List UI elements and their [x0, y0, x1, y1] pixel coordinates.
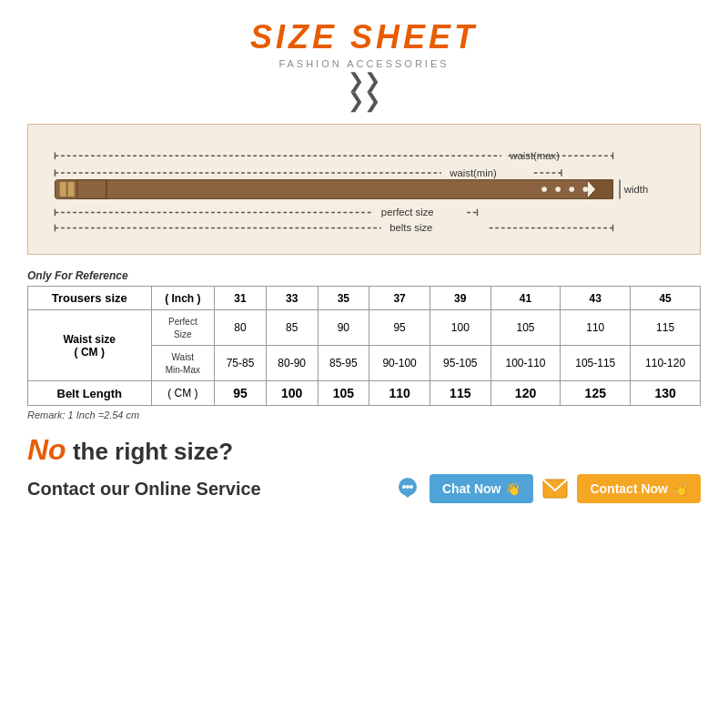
size-31: 31 [215, 287, 267, 310]
bl-105: 105 [318, 381, 369, 406]
ps-115: 115 [631, 310, 701, 346]
size-35: 35 [318, 287, 369, 310]
waist-minmax-sub-label: WaistMin-Max [151, 346, 215, 381]
subtitle: FASHION ACCESSORIES [27, 58, 701, 69]
ps-95: 95 [369, 310, 430, 346]
svg-point-34 [402, 485, 406, 489]
bl-125: 125 [561, 381, 631, 406]
contact-hand-icon: 👋 [672, 481, 688, 496]
chat-now-button[interactable]: Chat Now 👋 [430, 474, 534, 503]
bl-120: 120 [490, 381, 561, 406]
belt-diagram-svg: waist(max) waist(min) [46, 139, 682, 239]
belt-length-row: Belt Length ( CM ) 95 100 105 110 115 12… [28, 381, 701, 406]
size-41: 41 [490, 287, 561, 310]
waist-size-label: Waist size ( CM ) [28, 310, 152, 381]
svg-rect-14 [106, 180, 587, 199]
bl-95: 95 [215, 381, 267, 406]
svg-text:belts size: belts size [389, 222, 432, 233]
bl-100: 100 [266, 381, 318, 406]
wm-80-90: 80-90 [266, 346, 318, 381]
size-33: 33 [266, 287, 318, 310]
svg-point-17 [569, 187, 574, 192]
contact-now-button[interactable]: Contact Now 👋 [577, 474, 701, 503]
wm-100-110: 100-110 [490, 346, 561, 381]
svg-point-16 [555, 187, 561, 192]
chevron-icon: ❯❯❯❯ [27, 71, 701, 111]
svg-marker-20 [587, 180, 612, 199]
svg-text:width: width [623, 184, 648, 195]
contact-now-label: Contact Now [590, 481, 668, 496]
size-43: 43 [561, 287, 631, 310]
main-title: SIZE SHEET [27, 18, 701, 56]
svg-point-35 [406, 485, 410, 489]
size-45: 45 [631, 287, 701, 310]
inch-header: ( Inch ) [151, 287, 215, 310]
bottom-section: No the right size? Contact our Online Se… [27, 433, 701, 503]
size-39: 39 [430, 287, 490, 310]
svg-marker-37 [404, 494, 411, 498]
wm-110-120: 110-120 [631, 346, 701, 381]
ps-85: 85 [266, 310, 318, 346]
belt-length-unit: ( CM ) [151, 381, 215, 406]
svg-text:perfect size: perfect size [381, 207, 434, 217]
wm-90-100: 90-100 [369, 346, 430, 381]
size-37: 37 [369, 287, 430, 310]
no-size-text: No the right size? [27, 433, 701, 467]
table-header-row: Trousers size ( Inch ) 31 33 35 37 39 41… [28, 287, 701, 310]
ps-110: 110 [561, 310, 631, 346]
chat-hand-icon: 👋 [505, 481, 521, 496]
svg-point-15 [541, 187, 547, 192]
chat-bubble-icon [395, 476, 420, 501]
reference-text: Only For Reference [27, 269, 701, 282]
svg-point-18 [583, 187, 589, 192]
contact-row: Contact our Online Service Chat Now 👋 Co… [27, 474, 701, 503]
perfect-size-row: Waist size ( CM ) PerfectSize 80 85 90 9… [28, 310, 701, 346]
svg-point-36 [410, 485, 413, 489]
wm-75-85: 75-85 [215, 346, 267, 381]
bl-115: 115 [430, 381, 490, 406]
mail-icon [542, 479, 568, 499]
svg-rect-13 [77, 180, 106, 199]
wm-105-115: 105-115 [561, 346, 631, 381]
bl-130: 130 [631, 381, 701, 406]
svg-text:waist(min): waist(min) [449, 167, 497, 178]
title-section: SIZE SHEET FASHION ACCESSORIES ❯❯❯❯ [27, 18, 701, 111]
belt-diagram: waist(max) waist(min) [27, 124, 701, 255]
wm-85-95: 85-95 [318, 346, 369, 381]
no-word: No [27, 433, 66, 466]
trousers-size-header: Trousers size [28, 287, 152, 310]
wm-95-105: 95-105 [430, 346, 490, 381]
belt-length-label: Belt Length [28, 381, 152, 406]
contact-online-text: Contact our Online Service [27, 479, 386, 500]
size-table: Trousers size ( Inch ) 31 33 35 37 39 41… [27, 286, 701, 406]
remark-text: Remark: 1 Inch =2.54 cm [27, 410, 701, 420]
chat-now-label: Chat Now [442, 481, 501, 496]
bl-110: 110 [369, 381, 430, 406]
ps-80: 80 [215, 310, 267, 346]
ps-100: 100 [430, 310, 490, 346]
ps-105: 105 [490, 310, 561, 346]
right-size-text: the right size? [66, 438, 233, 465]
ps-90: 90 [318, 310, 369, 346]
perfect-size-sub-label: PerfectSize [151, 310, 215, 346]
